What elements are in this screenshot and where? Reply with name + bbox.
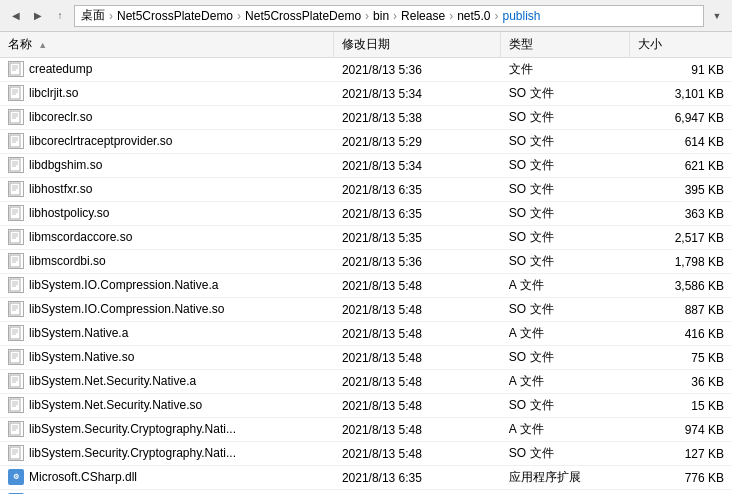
- up-button[interactable]: ↑: [50, 6, 70, 26]
- table-row[interactable]: createdump2021/8/13 5:36文件91 KB: [0, 58, 732, 82]
- back-button[interactable]: ◀: [6, 6, 26, 26]
- file-icon: [8, 325, 24, 341]
- file-date-cell: 2021/8/13 6:35: [334, 178, 501, 202]
- svg-rect-20: [10, 183, 20, 195]
- file-name-cell: libmscordaccore.so: [0, 226, 260, 248]
- svg-rect-32: [10, 255, 20, 267]
- file-date-cell: 2021/8/13 6:35: [334, 490, 501, 495]
- svg-rect-0: [10, 63, 20, 75]
- file-size-cell: 416 KB: [629, 322, 732, 346]
- dropdown-button[interactable]: ▼: [708, 7, 726, 25]
- header-size[interactable]: 大小: [629, 32, 732, 58]
- file-type-cell: SO 文件: [501, 226, 629, 250]
- header-type[interactable]: 类型: [501, 32, 629, 58]
- sort-arrow-name: ▲: [38, 40, 47, 50]
- breadcrumb-item[interactable]: 桌面: [81, 7, 105, 24]
- table-row[interactable]: libSystem.Native.so2021/8/13 5:48SO 文件75…: [0, 346, 732, 370]
- file-icon: [8, 157, 24, 173]
- file-size-cell: 3,586 KB: [629, 274, 732, 298]
- breadcrumb-item[interactable]: Release: [401, 9, 445, 23]
- file-size-cell: 776 KB: [629, 466, 732, 490]
- file-date-cell: 2021/8/13 5:48: [334, 298, 501, 322]
- svg-rect-36: [10, 279, 20, 291]
- file-name-cell: libSystem.Native.so: [0, 346, 260, 368]
- svg-rect-44: [10, 327, 20, 339]
- file-name-text: libcoreclr.so: [29, 110, 92, 124]
- file-icon: [8, 181, 24, 197]
- table-row[interactable]: libSystem.Net.Security.Native.so2021/8/1…: [0, 394, 732, 418]
- table-row[interactable]: libdbgshim.so2021/8/13 5:34SO 文件621 KB: [0, 154, 732, 178]
- file-size-cell: 1,798 KB: [629, 250, 732, 274]
- file-date-cell: 2021/8/13 5:34: [334, 82, 501, 106]
- file-name-cell: libdbgshim.so: [0, 154, 260, 176]
- file-size-cell: 15 KB: [629, 394, 732, 418]
- file-type-cell: SO 文件: [501, 106, 629, 130]
- table-row[interactable]: libSystem.Native.a2021/8/13 5:48A 文件416 …: [0, 322, 732, 346]
- table-row[interactable]: libmscordbi.so2021/8/13 5:36SO 文件1,798 K…: [0, 250, 732, 274]
- file-name-cell: libSystem.IO.Compression.Native.a: [0, 274, 260, 296]
- file-size-cell: 91 KB: [629, 58, 732, 82]
- breadcrumb-separator: ›: [365, 9, 369, 23]
- table-row[interactable]: libhostpolicy.so2021/8/13 6:35SO 文件363 K…: [0, 202, 732, 226]
- file-name-cell: libSystem.Native.a: [0, 322, 260, 344]
- file-name-text: libSystem.Net.Security.Native.so: [29, 398, 202, 412]
- file-icon: [8, 301, 24, 317]
- file-type-cell: SO 文件: [501, 250, 629, 274]
- file-size-cell: 2,517 KB: [629, 226, 732, 250]
- file-date-cell: 2021/8/13 6:35: [334, 466, 501, 490]
- svg-rect-4: [10, 87, 20, 99]
- file-icon: [8, 109, 24, 125]
- table-row[interactable]: libmscordaccore.so2021/8/13 5:35SO 文件2,5…: [0, 226, 732, 250]
- file-list-area: 名称 ▲ 修改日期 类型 大小 createdump2021/8/13 5:36…: [0, 32, 732, 494]
- table-row[interactable]: libSystem.IO.Compression.Native.so2021/8…: [0, 298, 732, 322]
- breadcrumb-item[interactable]: bin: [373, 9, 389, 23]
- file-date-cell: 2021/8/13 6:35: [334, 202, 501, 226]
- file-size-cell: 363 KB: [629, 202, 732, 226]
- file-type-cell: SO 文件: [501, 346, 629, 370]
- file-date-cell: 2021/8/13 5:48: [334, 346, 501, 370]
- file-name-text: libcoreclrtraceptprovider.so: [29, 134, 172, 148]
- file-name-text: libSystem.IO.Compression.Native.so: [29, 302, 224, 316]
- file-size-cell: 1,155 KB: [629, 490, 732, 495]
- file-type-cell: SO 文件: [501, 154, 629, 178]
- file-icon: [8, 253, 24, 269]
- file-name-text: libSystem.Security.Cryptography.Nati...: [29, 422, 236, 436]
- table-row[interactable]: libcoreclrtraceptprovider.so2021/8/13 5:…: [0, 130, 732, 154]
- file-name-text: createdump: [29, 62, 92, 76]
- breadcrumb-item[interactable]: Net5CrossPlateDemo: [117, 9, 233, 23]
- file-name-cell: ⚙Microsoft.VisualBasic.Core.dll: [0, 490, 260, 494]
- file-date-cell: 2021/8/13 5:48: [334, 274, 501, 298]
- file-type-cell: SO 文件: [501, 202, 629, 226]
- table-row[interactable]: ⚙Microsoft.VisualBasic.Core.dll2021/8/13…: [0, 490, 732, 495]
- table-row[interactable]: libSystem.Security.Cryptography.Nati...2…: [0, 442, 732, 466]
- table-row[interactable]: ⚙Microsoft.CSharp.dll2021/8/13 6:35应用程序扩…: [0, 466, 732, 490]
- file-type-cell: A 文件: [501, 418, 629, 442]
- breadcrumb-separator: ›: [109, 9, 113, 23]
- forward-button[interactable]: ▶: [28, 6, 48, 26]
- file-size-cell: 75 KB: [629, 346, 732, 370]
- table-row[interactable]: libSystem.Net.Security.Native.a2021/8/13…: [0, 370, 732, 394]
- breadcrumb-item[interactable]: net5.0: [457, 9, 490, 23]
- table-row[interactable]: libSystem.Security.Cryptography.Nati...2…: [0, 418, 732, 442]
- file-name-cell: libSystem.IO.Compression.Native.so: [0, 298, 260, 320]
- header-name[interactable]: 名称 ▲: [0, 32, 334, 58]
- file-date-cell: 2021/8/13 5:48: [334, 442, 501, 466]
- breadcrumb[interactable]: 桌面›Net5CrossPlateDemo›Net5CrossPlateDemo…: [74, 5, 704, 27]
- table-row[interactable]: libSystem.IO.Compression.Native.a2021/8/…: [0, 274, 732, 298]
- file-date-cell: 2021/8/13 5:48: [334, 370, 501, 394]
- breadcrumb-separator: ›: [495, 9, 499, 23]
- file-type-cell: A 文件: [501, 274, 629, 298]
- breadcrumb-item[interactable]: publish: [503, 9, 541, 23]
- header-date[interactable]: 修改日期: [334, 32, 501, 58]
- file-size-cell: 6,947 KB: [629, 106, 732, 130]
- file-type-cell: 应用程序扩展: [501, 490, 629, 495]
- table-row[interactable]: libcoreclr.so2021/8/13 5:38SO 文件6,947 KB: [0, 106, 732, 130]
- breadcrumb-item[interactable]: Net5CrossPlateDemo: [245, 9, 361, 23]
- file-size-cell: 36 KB: [629, 370, 732, 394]
- file-name-text: libSystem.Native.a: [29, 326, 128, 340]
- file-name-text: libhostpolicy.so: [29, 206, 109, 220]
- table-row[interactable]: libhostfxr.so2021/8/13 6:35SO 文件395 KB: [0, 178, 732, 202]
- file-type-cell: SO 文件: [501, 442, 629, 466]
- table-row[interactable]: libclrjit.so2021/8/13 5:34SO 文件3,101 KB: [0, 82, 732, 106]
- file-type-cell: SO 文件: [501, 298, 629, 322]
